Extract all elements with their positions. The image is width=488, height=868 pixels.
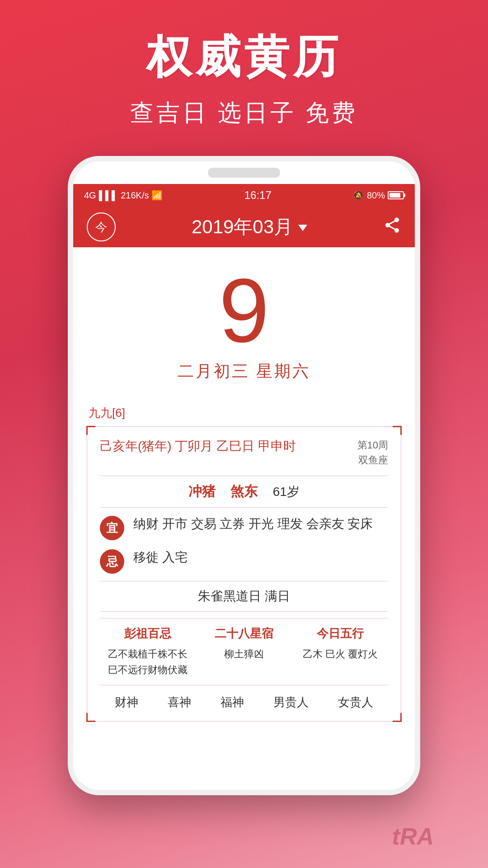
bottom-grid-row: 彭祖百忌 乙不栽植千株不长 巳不远行财物伏藏 二十八星宿 柳土獐凶 今日五行 乙… — [100, 618, 388, 685]
lunar-date: 二月初三 星期六 — [87, 360, 401, 382]
zodiac-label: 双鱼座 — [357, 453, 388, 467]
xiu-title: 二十八星宿 — [196, 626, 292, 642]
yi-row: 宜 纳财 开市 交易 立券 开光 理发 会亲友 安床 — [100, 514, 388, 540]
battery-percent: 80% — [367, 190, 385, 201]
app-header: 今 2019年03月 — [73, 207, 415, 247]
black-day-row: 朱雀黑道日 满日 — [100, 588, 388, 605]
phone-mockup: 4G ▌▌▌ 216K/s 📶 16:17 🔕 80% 今 2019年03月 — [68, 156, 420, 795]
sha-text: 煞东 — [230, 484, 258, 499]
bottom-grid: 彭祖百忌 乙不栽植千株不长 巳不远行财物伏藏 二十八星宿 柳土獐凶 今日五行 乙… — [100, 618, 388, 685]
dropdown-arrow-icon — [298, 225, 307, 231]
phone-notch — [73, 161, 415, 184]
almanac-section: 九九[6] 己亥年(猪年) 丁卯月 乙巳日 甲申时 第10周 双鱼座 — [87, 405, 401, 722]
network-speed: 216K/s — [121, 190, 149, 201]
footer-label-0: 财神 — [115, 694, 138, 710]
chong-sha-row: 冲猪 煞东 61岁 — [100, 482, 388, 501]
battery-icon — [388, 191, 404, 199]
month-selector[interactable]: 2019年03月 — [192, 214, 307, 240]
status-bar: 4G ▌▌▌ 216K/s 📶 16:17 🔕 80% — [73, 184, 415, 207]
footer-label-4: 女贵人 — [338, 694, 373, 710]
xiu-content: 柳土獐凶 — [196, 646, 292, 662]
nine-nine-label: 九九[6] — [87, 405, 401, 421]
calendar-body: 9 二月初三 星期六 九九[6] 己亥年(猪年) 丁卯月 乙巳日 甲申时 第10… — [73, 247, 415, 790]
yi-badge: 宜 — [100, 516, 124, 540]
battery-fill — [389, 193, 400, 198]
status-left: 4G ▌▌▌ 216K/s 📶 — [84, 190, 163, 201]
wuxing-col: 今日五行 乙木 巳火 覆灯火 — [292, 626, 388, 678]
alarm-icon: 🔕 — [353, 190, 364, 201]
corner-tl-decoration — [86, 426, 95, 435]
peng-zu-line1: 乙不栽植千株不长 — [100, 646, 196, 662]
wuxing-content: 乙木 巳火 覆灯火 — [292, 646, 388, 662]
ji-badge: 忌 — [100, 549, 124, 574]
yi-content: 纳财 开市 交易 立券 开光 理发 会亲友 安床 — [133, 514, 388, 534]
footer-labels-row: 财神 喜神 福神 男贵人 女贵人 — [100, 685, 388, 710]
divider-3 — [100, 581, 388, 581]
peng-zu-title: 彭祖百忌 — [100, 626, 196, 642]
month-text: 2019年03月 — [192, 214, 293, 240]
ganzhi-text: 己亥年(猪年) 丁卯月 乙巳日 甲申时 — [100, 438, 296, 455]
day-number: 9 — [87, 265, 401, 356]
status-right: 🔕 80% — [353, 190, 404, 201]
corner-tr-decoration — [393, 426, 402, 435]
main-title: 权威黄历 — [18, 27, 470, 88]
today-button[interactable]: 今 — [87, 212, 116, 241]
week-label: 第10周 — [357, 438, 388, 453]
divider-4 — [100, 611, 388, 612]
tra-watermark: tRA — [392, 823, 434, 850]
divider-1 — [100, 476, 388, 476]
footer-label-2: 福神 — [221, 694, 244, 710]
peng-zu-col: 彭祖百忌 乙不栽植千株不长 巳不远行财物伏藏 — [100, 626, 196, 678]
footer-label-1: 喜神 — [168, 694, 191, 710]
today-label: 今 — [95, 219, 107, 235]
wifi-icon: 📶 — [151, 190, 163, 201]
week-zodiac: 第10周 双鱼座 — [357, 438, 388, 467]
almanac-card: 己亥年(猪年) 丁卯月 乙巳日 甲申时 第10周 双鱼座 冲猪 煞东 61岁 — [87, 426, 401, 722]
corner-bl-decoration — [86, 713, 95, 722]
ganzhi-row: 己亥年(猪年) 丁卯月 乙巳日 甲申时 第10周 双鱼座 — [100, 438, 388, 467]
ji-row: 忌 移徙 入宅 — [100, 547, 388, 574]
xiu-col: 二十八星宿 柳土獐凶 — [196, 626, 292, 678]
chong-text: 冲猪 — [188, 484, 216, 499]
ji-content: 移徙 入宅 — [133, 547, 388, 568]
phone-speaker — [208, 168, 280, 178]
age-text: 61岁 — [273, 485, 300, 499]
promo-section: 权威黄历 查吉日 选日子 免费 — [0, 0, 488, 147]
signal-icon: 4G — [84, 190, 96, 201]
sub-title: 查吉日 选日子 免费 — [18, 97, 470, 129]
peng-zu-line2: 巳不远行财物伏藏 — [100, 662, 196, 678]
signal-bars: ▌▌▌ — [99, 190, 118, 201]
footer-label-3: 男贵人 — [273, 694, 309, 710]
corner-br-decoration — [393, 713, 402, 722]
share-button[interactable] — [383, 216, 401, 238]
divider-2 — [100, 507, 388, 508]
status-time: 16:17 — [244, 189, 272, 202]
wuxing-title: 今日五行 — [292, 626, 388, 642]
big-date-section: 9 二月初三 星期六 — [87, 247, 401, 392]
